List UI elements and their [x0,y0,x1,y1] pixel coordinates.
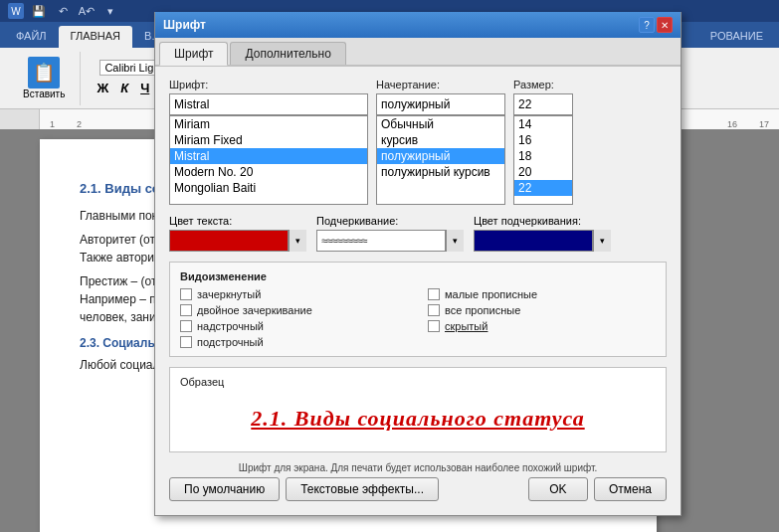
effect-hidden: скрытый [428,320,656,332]
font-item-miriam[interactable]: Miriam [170,116,367,132]
text-color-group: Цвет текста: ▾ [169,215,306,252]
underline-label: Подчеркивание: [316,215,464,227]
preview-text: 2.1. Виды социального статуса [251,406,584,432]
dialog-titlebar: Шрифт ? ✕ [155,12,681,38]
text-effects-button[interactable]: Текстовые эффекты... [286,477,439,501]
clipboard-group: 📋 Вставить [8,52,81,105]
size-item-16[interactable]: 16 [514,132,572,148]
underline-color-picker[interactable] [474,230,593,252]
ok-button[interactable]: OK [528,477,588,501]
font-item-miriam-fixed[interactable]: Miriam Fixed [170,132,367,148]
dialog-buttons: По умолчанию Текстовые эффекты... OK Отм… [169,473,667,503]
size-item-14[interactable]: 14 [514,116,572,132]
tab-advanced[interactable]: Дополнительно [230,42,345,65]
text-color-picker[interactable] [169,230,289,252]
font-listbox[interactable]: Miriam Miriam Fixed Mistral Modern No. 2… [169,115,368,205]
btn-left-group: По умолчанию Текстовые эффекты... [169,477,439,501]
size-listbox[interactable]: 14 16 18 20 22 [513,115,573,205]
style-column: Начертание: Обычный курсив полужирный по… [376,79,505,205]
superscript-checkbox[interactable] [180,320,192,332]
font-input[interactable] [169,93,368,115]
all-caps-label: все прописные [445,304,520,316]
size-item-22[interactable]: 22 [514,180,572,196]
underline-style: ≈≈≈≈≈≈≈≈≈ [317,233,445,249]
effects-grid: зачеркнутый малые прописные двойное заче… [180,288,656,348]
font-item-modern[interactable]: Modern No. 20 [170,164,367,180]
text-color-swatch [170,231,288,251]
style-label: Начертание: [376,79,505,90]
font-column: Шрифт: Miriam Miriam Fixed Mistral Moder… [169,79,368,205]
size-item-18[interactable]: 18 [514,148,572,164]
style-item-bold-italic[interactable]: полужирный курсив [377,164,504,180]
preview-content: 2.1. Виды социального статуса [180,394,656,443]
double-strike-label: двойное зачеркивание [197,304,312,316]
style-input[interactable] [376,93,505,115]
tab-home[interactable]: ГЛАВНАЯ [59,26,132,48]
size-input[interactable] [513,93,573,115]
hidden-checkbox[interactable] [428,320,440,332]
style-item-normal[interactable]: Обычный [377,116,504,132]
font-columns: Шрифт: Miriam Miriam Fixed Mistral Moder… [169,79,667,205]
preview-section: Образец 2.1. Виды социального статуса [169,367,667,452]
font-label: Шрифт: [169,79,368,90]
btn-right-group: OK Отмена [528,477,667,501]
strikethrough-label: зачеркнутый [197,288,261,300]
size-item-20[interactable]: 20 [514,164,572,180]
effect-subscript: подстрочный [180,336,408,348]
superscript-label: надстрочный [197,320,264,332]
effect-small-caps: малые прописные [428,288,656,300]
more-quick-btn[interactable]: ▾ [101,2,119,20]
bold-btn[interactable]: Ж [93,80,112,96]
style-item-bold[interactable]: полужирный [377,148,504,164]
default-button[interactable]: По умолчанию [169,477,280,501]
tab-rowanie: РОВАНИЕ [698,26,775,48]
text-color-dropdown[interactable]: ▾ [289,230,306,252]
save-quick-btn[interactable]: 💾 [30,2,48,20]
hidden-label: скрытый [445,320,487,332]
font-item-mistral[interactable]: Mistral [170,148,367,164]
subscript-label: подстрочный [197,336,264,348]
paste-button[interactable]: 📋 Вставить [16,54,72,102]
style-item-italic[interactable]: курсив [377,132,504,148]
underline-color-dropdown[interactable]: ▾ [593,230,611,252]
word-icon: W [8,3,24,19]
tab-file[interactable]: ФАЙЛ [4,26,59,48]
preview-caption: Шрифт для экрана. Для печати будет испол… [169,462,667,473]
size-column: Размер: 14 16 18 20 22 [513,79,573,205]
dialog-tabs: Шрифт Дополнительно [155,38,681,67]
dialog-body: Шрифт: Miriam Miriam Fixed Mistral Moder… [155,67,681,515]
cancel-button[interactable]: Отмена [594,477,667,501]
effect-strikethrough: зачеркнутый [180,288,408,300]
undo-quick-btn[interactable]: ↶ [54,2,72,20]
effects-section: Видоизменение зачеркнутый малые прописны… [169,262,667,357]
text-color-label: Цвет текста: [169,215,306,227]
double-strike-checkbox[interactable] [180,304,192,316]
small-caps-label: малые прописные [445,288,537,300]
font-item-mongolian[interactable]: Mongolian Baiti [170,180,367,196]
redo-quick-btn[interactable]: A↶ [78,2,96,20]
font-dialog: Шрифт ? ✕ Шрифт Дополнительно Шрифт: Mir… [154,12,682,516]
close-button[interactable]: ✕ [657,17,673,33]
underline-color-group: Цвет подчеркивания: ▾ [474,215,611,252]
tab-font[interactable]: Шрифт [159,42,228,66]
color-row: Цвет текста: ▾ Подчеркивание: ≈≈≈≈≈≈≈≈≈ … [169,215,667,252]
subscript-checkbox[interactable] [180,336,192,348]
help-button[interactable]: ? [639,17,655,33]
style-listbox[interactable]: Обычный курсив полужирный полужирный кур… [376,115,505,205]
underline-btn[interactable]: Ч [136,80,153,96]
dialog-title: Шрифт [163,18,206,32]
effect-superscript: надстрочный [180,320,408,332]
small-caps-checkbox[interactable] [428,288,440,300]
dialog-controls: ? ✕ [639,17,673,33]
italic-btn[interactable]: К [116,80,132,96]
underline-dropdown[interactable]: ▾ [446,230,464,252]
underline-color-swatch [475,231,592,251]
underline-color-label: Цвет подчеркивания: [474,215,611,227]
paste-icon: 📋 [28,57,60,89]
effect-all-caps: все прописные [428,304,656,316]
ruler-side [0,109,40,129]
effects-title: Видоизменение [180,270,656,282]
strikethrough-checkbox[interactable] [180,288,192,300]
underline-picker[interactable]: ≈≈≈≈≈≈≈≈≈ [316,230,446,252]
all-caps-checkbox[interactable] [428,304,440,316]
